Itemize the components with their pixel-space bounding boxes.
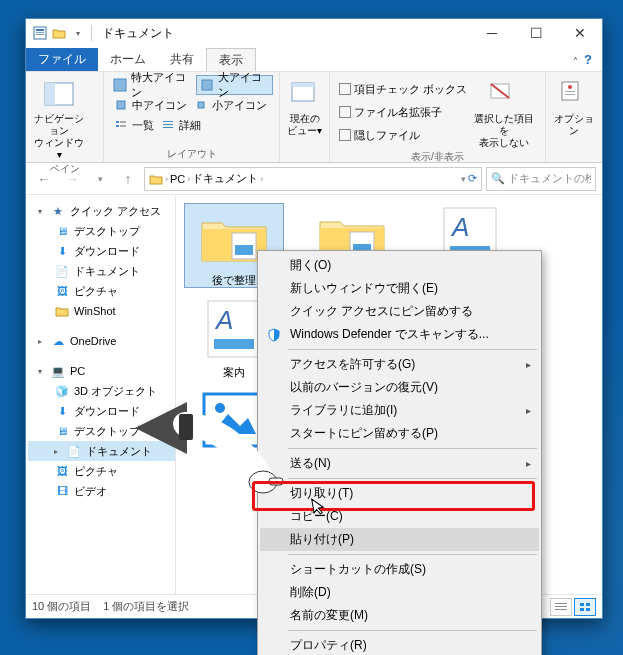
up-button[interactable]: ↑ <box>116 167 140 191</box>
ctx-shortcut[interactable]: ショートカットの作成(S) <box>260 558 539 581</box>
cursor-icon <box>311 496 328 516</box>
ribbon-tabstrip: ファイル ホーム 共有 表示 ˄ ? <box>26 47 602 71</box>
svg-rect-11 <box>120 121 126 123</box>
svg-rect-3 <box>36 34 44 35</box>
close-button[interactable]: ✕ <box>558 19 602 47</box>
context-menu: 開く(O) 新しいウィンドウで開く(E) クイック アクセスにピン留めする Wi… <box>257 250 542 655</box>
help-icon[interactable]: ? <box>584 52 602 71</box>
svg-rect-56 <box>586 608 590 611</box>
ctx-pin-start[interactable]: スタートにピン留めする(P) <box>260 422 539 445</box>
currentview-icon <box>289 79 321 111</box>
ctx-copy[interactable]: コピー(C) <box>260 505 539 528</box>
crumb-documents[interactable]: ドキュメント <box>192 171 258 186</box>
ctx-props[interactable]: プロパティ(R) <box>260 634 539 655</box>
refresh-icon[interactable]: ⟳ <box>468 172 477 185</box>
svg-rect-34 <box>214 339 254 349</box>
address-bar[interactable]: › PC › ドキュメント › ▾ ⟳ <box>144 167 482 191</box>
svg-rect-55 <box>580 608 584 611</box>
nav-pane: ▾★クイック アクセス 🖥デスクトップ ⬇ダウンロード 📄ドキュメント 🖼ピクチ… <box>26 195 176 594</box>
layout-large[interactable]: 大アイコン <box>196 75 273 95</box>
back-button[interactable]: ← <box>32 167 56 191</box>
ctx-delete[interactable]: 削除(D) <box>260 581 539 604</box>
nav-pc[interactable]: ▾💻PC <box>28 361 175 381</box>
submenu-arrow-icon: ▸ <box>526 359 531 370</box>
ribbon-group-layout-label: レイアウト <box>110 146 273 161</box>
dropdown-icon[interactable]: ▾ <box>461 174 466 184</box>
svg-rect-12 <box>116 125 119 127</box>
nav-3dobjects[interactable]: 🧊3D オブジェクト <box>28 381 175 401</box>
svg-rect-24 <box>565 94 575 95</box>
large-icon <box>200 77 215 93</box>
layout-details[interactable]: 詳細 <box>157 115 204 135</box>
nav-downloads[interactable]: ⬇ダウンロード <box>28 241 175 261</box>
qat-newfolder-icon[interactable] <box>51 25 67 41</box>
ctx-rename[interactable]: 名前の変更(M) <box>260 604 539 627</box>
details-icon <box>160 117 176 133</box>
ctx-cut[interactable]: 切り取り(T) <box>260 482 539 505</box>
medium-icon <box>113 97 129 113</box>
svg-rect-10 <box>116 121 119 123</box>
layout-small[interactable]: 小アイコン <box>190 95 270 115</box>
list-icon <box>113 117 129 133</box>
tab-file[interactable]: ファイル <box>26 48 98 71</box>
crumb-pc[interactable]: PC <box>170 173 185 185</box>
ctx-send[interactable]: 送る(N)▸ <box>260 452 539 475</box>
layout-list[interactable]: 一覧 <box>110 115 157 135</box>
svg-rect-8 <box>117 101 125 109</box>
chk-hidden[interactable]: 隠しファイル <box>336 125 470 145</box>
svg-rect-1 <box>36 29 44 31</box>
qat-properties-icon[interactable] <box>32 25 48 41</box>
qat-dropdown-icon[interactable]: ▾ <box>70 25 86 41</box>
submenu-arrow-icon: ▸ <box>526 458 531 469</box>
nav-onedrive[interactable]: ▸☁OneDrive <box>28 331 175 351</box>
nav-documents[interactable]: 📄ドキュメント <box>28 261 175 281</box>
tab-home[interactable]: ホーム <box>98 48 158 71</box>
small-icon <box>193 97 209 113</box>
hideselected-button[interactable]: 選択した項目を 表示しない <box>474 75 534 149</box>
chk-itemcheck[interactable]: 項目チェック ボックス <box>336 79 470 99</box>
annotation-hand-pointer-icon <box>135 402 285 512</box>
forward-button[interactable]: → <box>60 167 84 191</box>
ctx-defender[interactable]: Windows Defender でスキャンする... <box>260 323 539 346</box>
3d-icon: 🧊 <box>54 383 70 399</box>
ctx-open[interactable]: 開く(O) <box>260 254 539 277</box>
svg-rect-23 <box>565 91 575 92</box>
statusbar-icons-view[interactable] <box>574 598 596 616</box>
ctx-paste[interactable]: 貼り付け(P) <box>260 528 539 551</box>
svg-rect-5 <box>45 83 55 105</box>
hideselected-icon <box>488 79 520 111</box>
svg-text:A: A <box>214 305 233 335</box>
ctx-pin-quick[interactable]: クイック アクセスにピン留めする <box>260 300 539 323</box>
ctx-library[interactable]: ライブラリに追加(I)▸ <box>260 399 539 422</box>
svg-rect-51 <box>555 606 567 607</box>
layout-medium[interactable]: 中アイコン <box>110 95 190 115</box>
video-icon: 🎞 <box>54 483 70 499</box>
tab-share[interactable]: 共有 <box>158 48 206 71</box>
tab-view[interactable]: 表示 <box>206 48 256 71</box>
options-button[interactable]: オプション <box>552 75 596 149</box>
nav-desktop[interactable]: 🖥デスクトップ <box>28 221 175 241</box>
ctx-grant[interactable]: アクセスを許可する(G)▸ <box>260 353 539 376</box>
ribbon-collapse-icon[interactable]: ˄ <box>573 56 584 71</box>
currentview-button[interactable]: 現在の ビュー▾ <box>286 75 323 149</box>
nav-quickaccess[interactable]: ▾★クイック アクセス <box>28 201 175 221</box>
document-icon: 📄 <box>66 443 82 459</box>
ctx-restore[interactable]: 以前のバージョンの復元(V) <box>260 376 539 399</box>
recent-dropdown[interactable]: ▾ <box>88 167 112 191</box>
navpane-button[interactable]: ナビゲーション ウィンドウ▾ <box>32 75 86 161</box>
minimize-button[interactable]: ─ <box>470 19 514 47</box>
svg-rect-13 <box>120 125 126 127</box>
ctx-open-new[interactable]: 新しいウィンドウで開く(E) <box>260 277 539 300</box>
chk-fileext[interactable]: ファイル名拡張子 <box>336 102 470 122</box>
desktop-icon: 🖥 <box>54 223 70 239</box>
maximize-button[interactable]: ☐ <box>514 19 558 47</box>
layout-xlarge[interactable]: 特大アイコン <box>110 75 196 95</box>
shield-icon <box>266 327 282 343</box>
svg-rect-14 <box>163 121 173 122</box>
search-input[interactable]: 🔍 ドキュメントの検 <box>486 167 596 191</box>
nav-winshot[interactable]: WinShot <box>28 301 175 321</box>
statusbar-details-view[interactable] <box>550 598 572 616</box>
xlarge-icon <box>113 77 128 93</box>
nav-pictures[interactable]: 🖼ピクチャ <box>28 281 175 301</box>
options-icon <box>558 79 590 111</box>
